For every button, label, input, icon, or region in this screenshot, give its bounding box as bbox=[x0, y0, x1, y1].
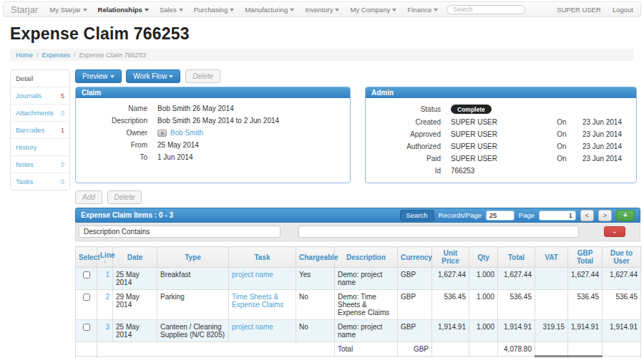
next-page-button[interactable]: > bbox=[598, 210, 612, 221]
breadcrumb-expenses[interactable]: Expenses bbox=[42, 52, 71, 59]
caret-down-icon bbox=[179, 9, 183, 11]
items-toolbar: Add Delete bbox=[75, 190, 640, 204]
owner-link[interactable]: Bob Smith bbox=[170, 129, 203, 137]
sidebar-item-notes[interactable]: Notes0 bbox=[11, 156, 69, 173]
cell-task-link[interactable]: project name bbox=[232, 323, 273, 331]
field-label: Description bbox=[76, 117, 147, 125]
column-header-date[interactable]: Date bbox=[113, 247, 157, 268]
cell-task-link[interactable]: project name bbox=[232, 271, 273, 279]
nav-item-sales[interactable]: Sales bbox=[160, 6, 183, 14]
column-header-type[interactable]: Type bbox=[157, 247, 229, 268]
row-select-checkbox[interactable] bbox=[83, 324, 90, 331]
table-header-row: SelectLine↓DateTypeTaskChargeableDescrip… bbox=[76, 247, 641, 268]
nav-item-my-starjar[interactable]: My Starjar bbox=[49, 6, 87, 14]
column-header-qty[interactable]: Qty bbox=[469, 247, 498, 268]
claim-field-row: DescriptionBob Smith 26 May 2014 to 2 Ju… bbox=[76, 115, 344, 127]
prev-page-button[interactable]: < bbox=[580, 210, 594, 221]
cell-description: Demo: project name bbox=[335, 268, 398, 290]
claim-panel: Claim NameBob Smith 26 May 2014Descripti… bbox=[75, 87, 351, 183]
audit-user: SUPER USER bbox=[451, 118, 557, 126]
sidebar-item-label: Notes bbox=[16, 160, 34, 168]
sidebar-item-barcodes[interactable]: Barcodes1 bbox=[11, 122, 69, 139]
cell-due-to-user: 1,914.91 bbox=[602, 320, 641, 342]
cell-currency: GBP bbox=[398, 290, 432, 320]
cell-date: 25 May 2014 bbox=[113, 268, 157, 290]
add-item-button[interactable]: Add bbox=[75, 190, 102, 204]
field-label: Name bbox=[76, 105, 147, 112]
brand-logo[interactable]: Starjar bbox=[11, 4, 38, 15]
column-header-description[interactable]: Description bbox=[335, 247, 398, 268]
cell-line-link[interactable]: 2 bbox=[105, 293, 109, 301]
column-header-select[interactable]: Select bbox=[76, 247, 97, 268]
row-select-checkbox[interactable] bbox=[83, 271, 90, 279]
cell-line: 2 bbox=[97, 290, 113, 320]
column-header-task[interactable]: Task bbox=[229, 247, 296, 268]
breadcrumb-home[interactable]: Home bbox=[16, 52, 33, 59]
audit-label: Authorized bbox=[366, 142, 441, 150]
nav-item-inventory[interactable]: Inventory bbox=[305, 6, 339, 14]
cell-task-link[interactable]: Time Sheets & Expense Claims bbox=[232, 293, 283, 309]
column-header-vat[interactable]: VAT bbox=[535, 247, 568, 268]
audit-date: 23 Jun 2014 bbox=[578, 155, 622, 163]
items-header-bar: Expense Claim Items : 0 - 3 Search Recor… bbox=[75, 208, 640, 223]
search-input[interactable] bbox=[447, 5, 525, 14]
workflow-button[interactable]: Work Flow bbox=[126, 69, 180, 83]
column-header-unit-price[interactable]: Unit Price bbox=[432, 247, 469, 268]
column-header-total[interactable]: Total bbox=[498, 247, 535, 268]
admin-audit-row: ApprovedSUPER USEROn23 Jun 2014 bbox=[366, 128, 630, 140]
cell-gbp-total: 1,627.44 bbox=[568, 268, 602, 290]
delete-item-button[interactable]: Delete bbox=[107, 190, 142, 204]
column-header-gbp-total[interactable]: GBP Total bbox=[568, 247, 602, 268]
status-badge: Complete bbox=[451, 105, 492, 114]
cell-line-link[interactable]: 1 bbox=[105, 271, 109, 279]
total-currency: GBP bbox=[398, 342, 432, 357]
cell-date: 25 May 2014 bbox=[113, 320, 157, 342]
field-value: Bob Smith bbox=[157, 129, 203, 137]
column-header-due-to-user[interactable]: Due to User bbox=[602, 247, 641, 268]
audit-date: 23 Jun 2014 bbox=[578, 142, 622, 150]
cell-chargeable: No bbox=[296, 320, 335, 342]
sidebar-item-attachments[interactable]: Attachments0 bbox=[11, 105, 69, 122]
row-select-checkbox[interactable] bbox=[83, 294, 90, 301]
search-button[interactable]: Search bbox=[400, 210, 434, 221]
caret-down-icon bbox=[169, 75, 173, 78]
cell-total: 1,627.44 bbox=[498, 268, 535, 290]
record-toolbar: Preview Work Flow Delete bbox=[75, 69, 640, 83]
sidebar-item-history[interactable]: History bbox=[11, 139, 69, 156]
remove-filter-button[interactable]: - bbox=[604, 226, 625, 237]
cell-total: 536.45 bbox=[498, 290, 535, 320]
cell-line-link[interactable]: 3 bbox=[105, 323, 109, 331]
user-avatar-icon bbox=[157, 130, 167, 137]
nav-item-purchasing[interactable]: Purchasing bbox=[194, 6, 235, 14]
total-amount: 4,078.80 bbox=[498, 342, 535, 357]
cell-unit-price: 1,914.91 bbox=[432, 320, 469, 342]
delete-button[interactable]: Delete bbox=[185, 69, 220, 83]
cell-description: Demo: project name bbox=[335, 320, 398, 342]
field-value: Bob Smith 26 May 2014 to 2 Jun 2014 bbox=[157, 117, 279, 125]
filter-field-input[interactable] bbox=[79, 226, 280, 238]
column-header-chargeable[interactable]: Chargeable bbox=[296, 247, 335, 268]
sidebar-item-tasks[interactable]: Tasks0 bbox=[11, 173, 69, 190]
audit-user: SUPER USER bbox=[451, 155, 557, 163]
status-label: Status bbox=[366, 105, 441, 113]
preview-button[interactable]: Preview bbox=[75, 69, 122, 83]
user-menu[interactable]: SUPER USER bbox=[557, 6, 601, 14]
filter-criteria-input[interactable] bbox=[298, 226, 579, 238]
records-per-page-input[interactable] bbox=[486, 211, 514, 221]
top-navbar: Starjar My StarjarRelationshipsSalesPurc… bbox=[3, 1, 641, 17]
add-row-button[interactable]: + bbox=[616, 210, 635, 221]
logout-link[interactable]: Logout bbox=[613, 6, 633, 14]
claim-field-row: To1 Jun 2014 bbox=[76, 151, 344, 163]
nav-item-my-company[interactable]: My Company bbox=[350, 6, 396, 14]
sidebar-item-label: Tasks bbox=[16, 178, 33, 185]
sidebar-item-journals[interactable]: Journals5 bbox=[11, 87, 69, 105]
sidebar-item-label: Barcodes bbox=[16, 126, 44, 134]
cell-vat bbox=[535, 268, 568, 290]
column-header-currency[interactable]: Currency bbox=[398, 247, 432, 268]
page-number-input[interactable] bbox=[539, 211, 576, 221]
sidebar-item-detail[interactable]: Detail bbox=[11, 70, 69, 87]
nav-item-relationships[interactable]: Relationships bbox=[98, 6, 149, 14]
nav-item-manufacturing[interactable]: Manufacturing bbox=[245, 6, 294, 14]
nav-item-finance[interactable]: Finance bbox=[407, 6, 438, 14]
id-value: 766253 bbox=[451, 167, 558, 175]
